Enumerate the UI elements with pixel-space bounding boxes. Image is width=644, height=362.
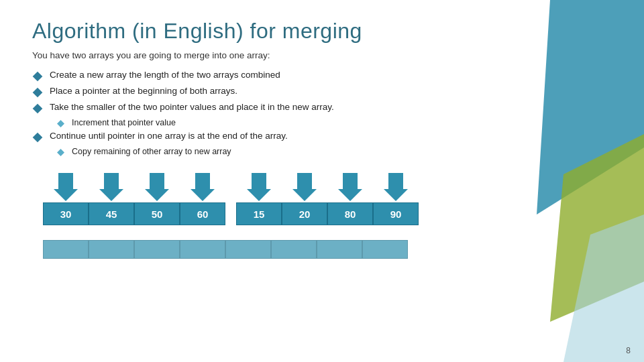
bullet-item-1: Create a new array the length of the two… <box>32 70 612 82</box>
arrow-down-2 <box>99 173 123 201</box>
result-cell-2 <box>134 240 180 259</box>
bullet-diamond-3 <box>33 104 43 114</box>
arrow-cell-5 <box>236 172 282 201</box>
arrows-row <box>43 172 612 201</box>
bullet-item-4: Continue until pointer in one array is a… <box>32 131 612 143</box>
bullet-text-4: Continue until pointer in one array is a… <box>50 131 288 141</box>
arrow-cell-7 <box>327 172 373 201</box>
main-content: Algorithm (in English) for merging You h… <box>0 0 644 272</box>
arrow-down-1 <box>54 173 78 201</box>
bullet-item-2: Place a pointer at the beginning of both… <box>32 86 612 98</box>
arrow-down-7 <box>338 173 362 201</box>
arrow-down-4 <box>191 173 215 201</box>
arrow-cell-8 <box>373 172 419 201</box>
bullet-diamond-4 <box>33 133 43 143</box>
numbers-row: 30 45 50 60 15 20 80 90 <box>43 202 612 225</box>
array-section: 30 45 50 60 15 20 80 90 <box>32 172 612 259</box>
sub-bullet-text-1: Increment that pointer value <box>72 118 176 127</box>
bullet-item-3: Take the smaller of the two pointer valu… <box>32 102 612 114</box>
gap <box>225 202 236 225</box>
bullet-diamond-2 <box>33 88 43 98</box>
result-cell-4 <box>225 240 271 259</box>
array2-cell-1: 20 <box>282 202 327 225</box>
array2-cell-0: 15 <box>236 202 282 225</box>
result-cell-6 <box>317 240 362 259</box>
arrow-cell-2 <box>89 172 134 201</box>
array1-cell-0: 30 <box>43 202 89 225</box>
arrow-down-5 <box>247 173 271 201</box>
array1-cell-1: 45 <box>89 202 134 225</box>
sub-bullet-text-2: Copy remaining of other array to new arr… <box>72 147 231 156</box>
result-row <box>43 240 612 259</box>
bullet-text-1: Create a new array the length of the two… <box>50 70 280 80</box>
result-cell-1 <box>89 240 134 259</box>
arrow-down-3 <box>145 173 169 201</box>
slide-subtitle: You have two arrays you are going to mer… <box>32 50 612 60</box>
arrow-cell-6 <box>282 172 327 201</box>
bullet-diamond-1 <box>33 72 43 82</box>
result-cell-5 <box>271 240 317 259</box>
bullet-text-2: Place a pointer at the beginning of both… <box>50 86 237 96</box>
arrow-cell-3 <box>134 172 180 201</box>
result-cell-3 <box>180 240 225 259</box>
arrow-cell-1 <box>43 172 89 201</box>
slide-number: 8 <box>626 346 631 355</box>
arrow-down-8 <box>384 173 408 201</box>
sub-bullet-diamond-1 <box>57 120 64 127</box>
bullet-list: Create a new array the length of the two… <box>32 70 612 157</box>
array2-cell-2: 80 <box>327 202 373 225</box>
sub-bullet-item-1: Increment that pointer value <box>56 118 612 128</box>
result-cell-7 <box>362 240 408 259</box>
array1-cell-2: 50 <box>134 202 180 225</box>
arrow-down-6 <box>292 173 317 201</box>
slide-title: Algorithm (in English) for merging <box>32 19 612 44</box>
sub-bullet-item-2: Copy remaining of other array to new arr… <box>56 147 612 157</box>
bullet-text-3: Take the smaller of the two pointer valu… <box>50 102 334 112</box>
sub-bullet-diamond-2 <box>57 149 64 156</box>
array1-cell-3: 60 <box>180 202 225 225</box>
arrow-cell-4 <box>180 172 225 201</box>
array2-cell-3: 90 <box>373 202 419 225</box>
result-cell-0 <box>43 240 89 259</box>
